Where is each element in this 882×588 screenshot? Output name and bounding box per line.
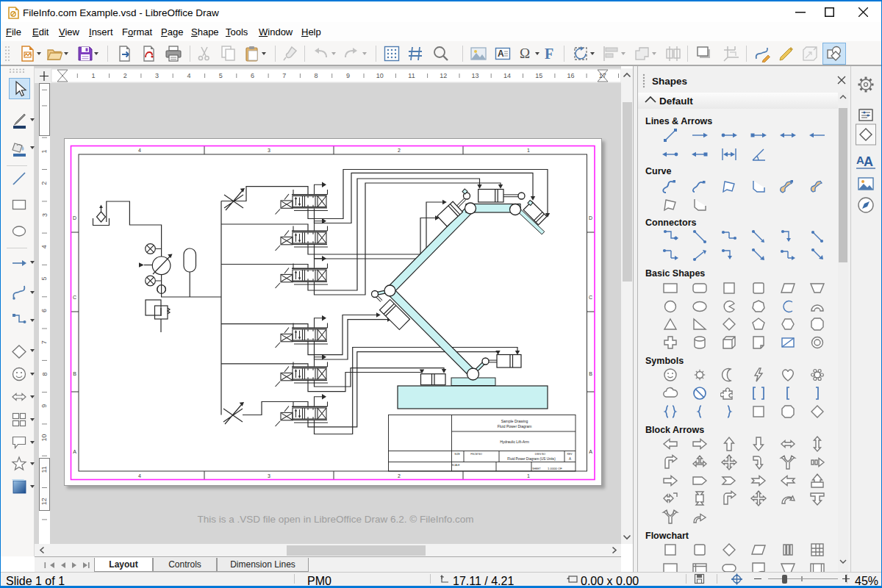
svg-text:Default: Default (659, 96, 693, 107)
svg-text:14: 14 (503, 72, 511, 79)
svg-text:9: 9 (346, 72, 350, 79)
svg-text:SHEET: SHEET (532, 467, 540, 470)
svg-text:11: 11 (41, 466, 49, 473)
svg-text:1: 1 (41, 149, 49, 153)
svg-text:15: 15 (535, 72, 542, 79)
svg-text:1: 1 (527, 473, 530, 478)
svg-text:SCALE: SCALE (451, 464, 460, 467)
svg-text:8: 8 (41, 372, 49, 376)
svg-text:B: B (589, 371, 592, 376)
svg-text:4: 4 (41, 245, 49, 248)
svg-text:5: 5 (219, 72, 223, 79)
svg-text:7: 7 (282, 72, 286, 79)
svg-text:Symbols: Symbols (645, 356, 684, 366)
svg-text:A: A (498, 49, 504, 59)
svg-text:Curve: Curve (645, 166, 671, 176)
svg-text:2: 2 (123, 72, 127, 79)
svg-text:FSCM NO: FSCM NO (470, 453, 482, 456)
svg-text:3: 3 (155, 72, 159, 79)
svg-text:10: 10 (376, 72, 384, 79)
svg-text:C: C (73, 295, 76, 300)
svg-text:Block Arrows: Block Arrows (645, 425, 704, 435)
svg-text:12: 12 (41, 498, 49, 505)
svg-text:SIZE: SIZE (454, 453, 460, 456)
svg-text:4: 4 (187, 72, 190, 79)
svg-text:F: F (545, 46, 553, 62)
svg-text:B: B (73, 371, 76, 376)
svg-text:3: 3 (41, 213, 49, 217)
svg-text:Hydraulic Lift-Arm: Hydraulic Lift-Arm (500, 440, 529, 444)
svg-text:Lines & Arrows: Lines & Arrows (645, 116, 712, 126)
svg-text:Ω: Ω (520, 46, 530, 61)
svg-text:2: 2 (41, 182, 49, 185)
svg-text:1: 1 (527, 148, 530, 153)
svg-text:1.0000 OF: 1.0000 OF (548, 467, 562, 470)
svg-text:Fluid Power Diagram (US Units): Fluid Power Diagram (US Units) (507, 457, 556, 461)
svg-text:Shapes: Shapes (652, 76, 687, 87)
svg-text:9: 9 (41, 404, 49, 408)
svg-text:D: D (73, 215, 76, 220)
svg-text:5: 5 (41, 277, 49, 281)
svg-text:D: D (589, 215, 592, 220)
svg-text:A: A (864, 154, 873, 169)
svg-text:1: 1 (91, 72, 95, 79)
svg-text:13: 13 (472, 72, 479, 79)
svg-text:Basic Shapes: Basic Shapes (645, 268, 705, 279)
svg-text:11: 11 (408, 72, 415, 79)
svg-text:A: A (589, 449, 592, 454)
svg-text:4: 4 (138, 148, 141, 153)
svg-text:3: 3 (268, 473, 270, 478)
svg-text:6: 6 (251, 72, 254, 79)
svg-text:Flowchart: Flowchart (645, 531, 689, 541)
svg-text:REV: REV (567, 453, 573, 456)
svg-text:6: 6 (41, 309, 49, 312)
svg-text:2: 2 (398, 473, 401, 478)
svg-text:DWG NO: DWG NO (535, 453, 546, 456)
svg-text:4: 4 (138, 473, 141, 478)
svg-text:A: A (569, 457, 572, 461)
svg-text:Connectors: Connectors (645, 218, 697, 228)
svg-text:12: 12 (440, 72, 447, 79)
svg-text:8: 8 (315, 72, 318, 79)
svg-text:16: 16 (567, 72, 574, 79)
svg-text:3: 3 (268, 148, 270, 153)
svg-text:2: 2 (398, 148, 401, 153)
svg-text:17: 17 (599, 72, 606, 79)
svg-text:Fluid Power Diagram: Fluid Power Diagram (498, 424, 532, 429)
svg-text:A: A (73, 449, 76, 454)
svg-text:C: C (589, 295, 592, 300)
svg-text:7: 7 (41, 340, 49, 344)
svg-text:Sample Drawing: Sample Drawing (501, 419, 528, 423)
svg-text:10: 10 (41, 434, 49, 442)
